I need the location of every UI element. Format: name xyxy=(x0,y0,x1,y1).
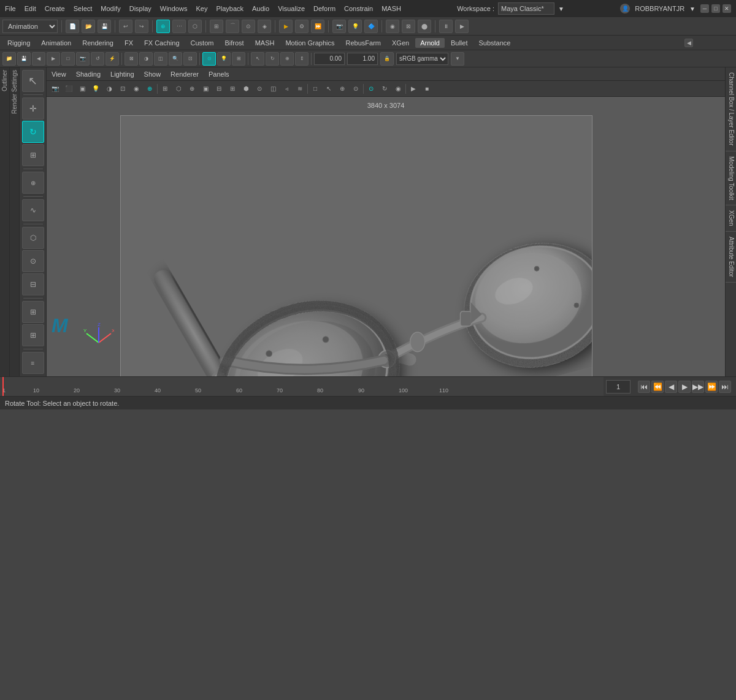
vp-playback-icon[interactable]: ▶ xyxy=(407,83,420,95)
rv-grid-icon[interactable]: ⊞ xyxy=(232,52,245,66)
vp-lighting-menu[interactable]: Lighting xyxy=(108,69,137,79)
menubar-rebusfarm[interactable]: RebusFarm xyxy=(341,38,386,48)
menubar-bifrost[interactable]: Bifrost xyxy=(220,38,248,48)
soft-select-btn[interactable]: ∿ xyxy=(22,199,44,221)
paint-select-button[interactable]: ⬡ xyxy=(188,20,202,33)
vp-active-icon[interactable]: ⊕ xyxy=(144,83,156,95)
rv-fit-btn[interactable]: ⊡ xyxy=(183,52,197,66)
vp-wire-icon[interactable]: ⊡ xyxy=(117,83,129,95)
right-modeling-toolkit-label[interactable]: Modeling Toolkit xyxy=(726,151,736,206)
rv-open-btn[interactable]: 📁 xyxy=(2,52,16,66)
lasso-select-button[interactable]: ⋯ xyxy=(172,20,186,33)
snap-surface-button[interactable]: ◈ xyxy=(258,20,271,33)
select-mode-btn[interactable]: ↖ xyxy=(22,70,44,92)
menubar-arnold[interactable]: Arnold xyxy=(415,38,445,48)
menubar-rigging[interactable]: Rigging xyxy=(2,38,35,48)
vp-show-joint-icon[interactable]: ⊙ xyxy=(253,83,266,95)
rv-pan-icon[interactable]: ⊕ xyxy=(280,52,294,66)
vp-show-deform-icon[interactable]: ⊞ xyxy=(226,83,239,95)
menubar-animation[interactable]: Animation xyxy=(36,38,76,48)
vp-cam-active-icon[interactable]: ⊙ xyxy=(365,83,377,95)
vp-show-stroke-icon[interactable]: ◃ xyxy=(280,83,293,95)
vp-show-menu[interactable]: Show xyxy=(142,69,164,79)
vp-shading-menu[interactable]: Shading xyxy=(74,69,103,79)
rv-checkerboard-btn[interactable]: ⊠ xyxy=(125,52,138,66)
menu-key[interactable]: Key xyxy=(196,5,207,12)
wireframe-button[interactable]: ⊠ xyxy=(402,20,415,33)
right-attribute-editor-label[interactable]: Attribute Editor xyxy=(726,232,736,283)
vp-stop-icon[interactable]: ■ xyxy=(421,83,433,95)
menu-modify[interactable]: Modify xyxy=(101,5,120,12)
vp-gpu-cache-icon[interactable]: ⬢ xyxy=(240,83,252,95)
close-button[interactable]: ✕ xyxy=(723,4,731,13)
rv-ipr-btn[interactable]: ⚡ xyxy=(105,52,119,66)
redo-button[interactable]: ↪ xyxy=(135,20,148,33)
rv-region-btn[interactable]: □ xyxy=(61,52,75,66)
rotate-tool-btn[interactable]: ↻ xyxy=(22,121,44,143)
menubar-substance[interactable]: Substance xyxy=(473,38,515,48)
shaded-button[interactable]: ⬤ xyxy=(418,20,431,33)
menu-create[interactable]: Create xyxy=(45,5,65,12)
scale-field[interactable] xyxy=(347,53,378,65)
menubar-rendering[interactable]: Rendering xyxy=(77,38,118,48)
goto-end-button[interactable]: ⏭ xyxy=(719,381,731,393)
move-tool-btn[interactable]: ✛ xyxy=(22,97,44,120)
list-tool-btn[interactable]: ≡ xyxy=(22,352,44,374)
vp-show-manip-icon[interactable]: ⊕ xyxy=(186,83,198,95)
vp-show-anim-icon[interactable]: ⊟ xyxy=(213,83,225,95)
vp-snapping-icon[interactable]: ⊙ xyxy=(350,83,362,95)
vp-light-icon[interactable]: 💡 xyxy=(90,83,102,95)
menu-deform[interactable]: Deform xyxy=(313,5,335,12)
vp-view-menu[interactable]: View xyxy=(49,69,69,79)
current-frame-input[interactable] xyxy=(606,380,631,394)
menu-windows[interactable]: Windows xyxy=(160,5,188,12)
camera-button[interactable]: 📷 xyxy=(332,20,346,33)
play-forward-button[interactable]: ▶ xyxy=(678,381,691,393)
open-scene-button[interactable]: 📂 xyxy=(82,20,95,33)
vp-cam-orbit-icon[interactable]: ↻ xyxy=(378,83,391,95)
menubar-collapse-button[interactable]: ◀ xyxy=(684,39,693,47)
menu-playback[interactable]: Playback xyxy=(216,5,243,12)
snap-grid-button[interactable]: ⊞ xyxy=(210,20,223,33)
timeline-track[interactable]: 1 10 20 30 40 50 60 70 80 90 100 110 xyxy=(0,377,604,396)
rotation-x-field[interactable] xyxy=(314,53,345,65)
menubar-motion-graphics[interactable]: Motion Graphics xyxy=(280,38,339,48)
snap-point-button[interactable]: ⊙ xyxy=(242,20,255,33)
vp-show-grid-icon[interactable]: ⊞ xyxy=(159,83,171,95)
scale-tool-btn[interactable]: ⊞ xyxy=(22,144,44,166)
menubar-bullet[interactable]: Bullet xyxy=(446,38,473,48)
undo-button[interactable]: ↩ xyxy=(119,20,132,33)
vp-show-ncloth-icon[interactable]: ◫ xyxy=(267,83,279,95)
menu-visualize[interactable]: Visualize xyxy=(278,5,305,12)
right-channel-box-label[interactable]: Channel Box / Layer Editor xyxy=(726,67,736,151)
rv-orbit-icon[interactable]: ↻ xyxy=(266,52,279,66)
vp-panels-menu[interactable]: Panels xyxy=(206,69,232,79)
render-button[interactable]: ▶ xyxy=(279,20,293,33)
gamma-options-btn[interactable]: ▼ xyxy=(451,52,464,66)
viewport-render[interactable]: 3840 x 3074 xyxy=(47,97,725,376)
prev-key-button[interactable]: ⏪ xyxy=(651,381,664,393)
render-sequence-button[interactable]: ⏩ xyxy=(311,20,324,33)
vp-shade-icon[interactable]: ◑ xyxy=(103,83,115,95)
vp-xray-icon[interactable]: ◉ xyxy=(130,83,142,95)
vp-renderer-menu[interactable]: Renderer xyxy=(168,69,201,79)
menubar-fx[interactable]: FX xyxy=(120,38,138,48)
menu-display[interactable]: Display xyxy=(129,5,151,12)
rv-refresh-btn[interactable]: ↺ xyxy=(91,52,104,66)
snap-tool-btn[interactable]: ⊞ xyxy=(22,301,44,323)
rv-save-btn[interactable]: 💾 xyxy=(17,52,31,66)
xray-button[interactable]: ◉ xyxy=(386,20,399,33)
outliner-label[interactable]: Outliner xyxy=(0,67,9,94)
vp-camera-icon[interactable]: 📷 xyxy=(49,83,61,95)
menu-constrain[interactable]: Constrain xyxy=(344,5,373,12)
save-scene-button[interactable]: 💾 xyxy=(98,20,111,33)
select-tool-button[interactable]: ⊕ xyxy=(156,20,170,33)
animation-dropdown[interactable]: Animation xyxy=(2,20,58,33)
goto-start-button[interactable]: ⏮ xyxy=(638,381,650,393)
maximize-button[interactable]: □ xyxy=(711,4,720,13)
rv-exposure-btn[interactable]: ◑ xyxy=(139,52,153,66)
vp-render-icon[interactable]: ▣ xyxy=(76,83,88,95)
vp-show-playblast-icon[interactable]: ▣ xyxy=(199,83,212,95)
timeline-playhead[interactable] xyxy=(2,377,4,396)
material-button[interactable]: 🔷 xyxy=(364,20,378,33)
